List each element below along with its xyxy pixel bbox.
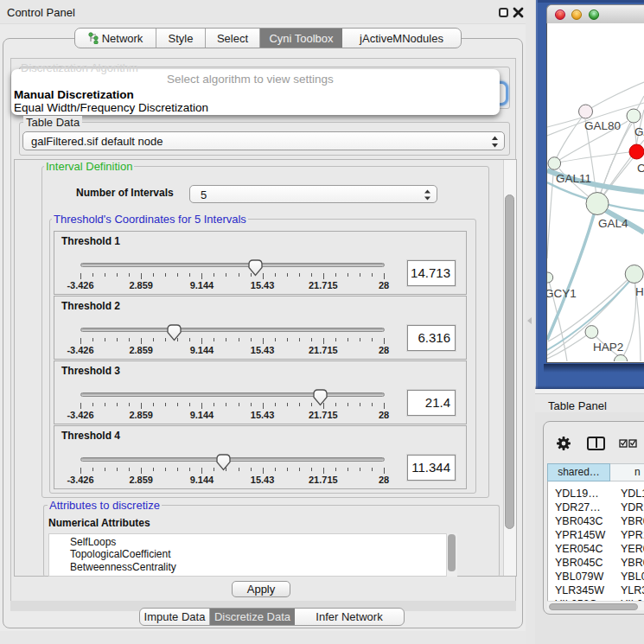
svg-text:GAL80: GAL80 <box>584 119 621 132</box>
svg-text:GAL11: GAL11 <box>556 172 591 185</box>
svg-text:GCY1: GCY1 <box>547 287 577 300</box>
svg-text:H: H <box>635 285 644 298</box>
svg-text:HAP2: HAP2 <box>593 341 623 354</box>
svg-text:C: C <box>637 162 644 175</box>
svg-text:GA: GA <box>634 125 644 138</box>
svg-text:GAL4: GAL4 <box>598 217 628 230</box>
